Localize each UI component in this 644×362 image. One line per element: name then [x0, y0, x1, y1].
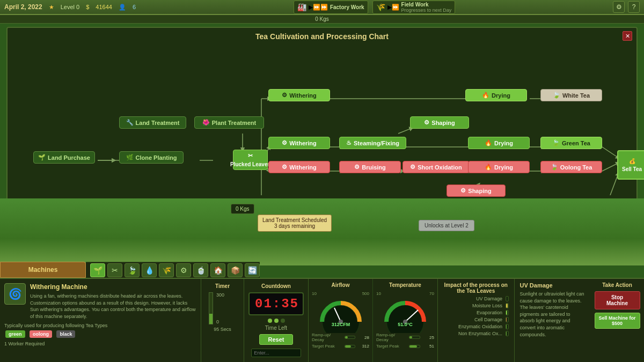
shaping-green-node[interactable]: ⚙ Shaping — [410, 116, 469, 129]
temp-ramp-slider[interactable] — [409, 336, 420, 339]
evap-fill — [506, 311, 507, 315]
badge-green: green — [5, 330, 25, 338]
bruise-icon: ⚙ — [354, 164, 360, 171]
time-left-label: Time Left — [248, 325, 304, 331]
airflow-target-slider[interactable] — [345, 345, 355, 348]
toolbar-cycle-btn[interactable]: 🔄 — [245, 263, 260, 277]
temp-gauge-svg: 51.0°C — [382, 298, 429, 333]
withering-white-node[interactable]: ⚙ Withering — [268, 89, 330, 101]
machine-title: Withering Machine — [30, 283, 196, 291]
land-icon: 🌱 — [38, 154, 46, 161]
close-chart-btn[interactable]: ✕ — [623, 31, 632, 41]
steaming-node[interactable]: ♨ Steaming/Fixing — [339, 137, 406, 149]
machines-tab[interactable]: Machines — [0, 262, 86, 278]
impact-enzymatic: Enzymatic Oxidation — [443, 324, 509, 329]
toolbar-harvest-btn[interactable]: 🌾 — [159, 263, 174, 277]
withering-oolong-node[interactable]: ⚙ Withering — [268, 161, 330, 173]
fire-oolong-icon: 🔥 — [485, 164, 492, 171]
temp-target-slider[interactable] — [409, 345, 420, 348]
timer-scale: 300 0 — [216, 292, 239, 324]
toolbar-box-btn[interactable]: 📦 — [228, 263, 243, 277]
game-world: 0 Kgs Land Treatment Scheduled 3 days re… — [0, 198, 644, 265]
kg-value: 0 Kgs — [315, 16, 329, 22]
toolbar-leaf-btn[interactable]: ✂ — [107, 263, 122, 277]
drying-green-node[interactable]: 🔥 Drying — [468, 137, 530, 149]
clone-icon: 🌿 — [126, 154, 134, 161]
land-treatment-node[interactable]: 🔧 Land Treatment — [119, 116, 186, 129]
sell-machine-btn[interactable]: Sell Machine for $500 — [595, 313, 640, 329]
temperature-scale: 10 70 — [376, 291, 434, 296]
timer-min: 0 — [216, 319, 219, 324]
drying-oolong-node[interactable]: 🔥 Drying — [468, 161, 530, 173]
temperature-title: Temperature — [376, 282, 434, 288]
toolbar-gear-btn[interactable]: ⚙ — [176, 263, 191, 277]
toolbar-tea-btn[interactable]: 🍃 — [125, 263, 140, 277]
land-purchase-node[interactable]: 🌱 Land Purchase — [33, 151, 95, 164]
cell-bar — [506, 317, 509, 322]
stop-machine-btn[interactable]: Stop Machine — [595, 291, 640, 309]
airflow-target-val: 312 — [358, 344, 369, 349]
impact-uv: UV Damage — [443, 296, 509, 301]
sell-tea-node[interactable]: 💰 Sell Tea — [617, 150, 644, 180]
temperature-panel: Temperature 10 70 51.0°C Ramp-up/ Decay — [373, 279, 437, 362]
take-action-title: Take Action — [602, 282, 632, 288]
cell-fill — [506, 317, 507, 322]
temp-ramp-val: 25 — [423, 335, 434, 340]
timer-title: Timer — [206, 283, 239, 289]
airflow-ramp-slider[interactable] — [345, 336, 355, 339]
clone-planting-node[interactable]: 🌿 Clone Planting — [119, 151, 184, 164]
machine-icon: 🌀 — [4, 283, 26, 305]
impact-title: Impact of the process on the Tea Leaves — [443, 282, 509, 294]
airflow-panel: Airflow 10 500 312CFM — [309, 279, 373, 362]
airflow-gauge-svg: 312CFM — [317, 298, 364, 333]
plant-treatment-node[interactable]: 🌺 Plant Treatment — [194, 116, 264, 129]
sell-icon: 💰 — [629, 158, 635, 164]
field-kg-display: 0 Kgs — [231, 204, 254, 214]
plucked-leaves-node[interactable]: ✂ Plucked Leaves — [233, 150, 268, 170]
timer-max: 300 — [216, 292, 224, 298]
bottom-panel: 🌀 Withering Machine Using a fan, witheri… — [0, 278, 644, 362]
field-play-btn[interactable]: ▶⏩ — [387, 4, 399, 11]
flowchart: 🌱 Land Purchase 🌿 Clone Planting 🔧 Land … — [12, 45, 632, 195]
reset-button[interactable]: Reset — [259, 334, 294, 345]
field-work-group[interactable]: 🌾 ▶⏩ Field Work Progresses to next Day — [372, 1, 456, 14]
drying-white-node[interactable]: 🔥 Drying — [465, 89, 527, 101]
withering-green-node[interactable]: ⚙ Withering — [268, 137, 330, 149]
toolbar-cup-btn[interactable]: 🍵 — [193, 263, 208, 277]
enter-input[interactable] — [251, 349, 301, 357]
shaping-oolong-node[interactable]: ⚙ Shaping — [447, 184, 506, 197]
play-btn[interactable]: ▶⏩⏩ — [309, 4, 328, 11]
gear-white-icon: ⚙ — [282, 92, 287, 99]
toolbar-water-btn[interactable]: 💧 — [142, 263, 157, 277]
gear-oolong-icon: ⚙ — [282, 164, 287, 171]
timer-bar — [209, 292, 213, 324]
airflow-ramp-label: Ramp-up/ Decay — [312, 333, 341, 342]
chart-title: Tea Cultivation and Processing Chart — [12, 32, 632, 41]
machine-header: 🌀 Withering Machine Using a fan, witheri… — [4, 283, 196, 323]
toolbar-row: 🌱 ✂ 🍃 💧 🌾 ⚙ 🍵 🏠 📦 🔄 — [86, 262, 260, 278]
settings-icon-btn[interactable]: ⚙ — [613, 1, 625, 13]
svg-line-17 — [602, 147, 618, 158]
enzymatic-label: Enzymatic Oxidation — [443, 324, 502, 329]
moisture-fill — [506, 304, 508, 308]
toolbar-seed-btn[interactable]: 🌱 — [90, 263, 105, 277]
temp-target-label: Target Peak — [376, 344, 406, 349]
help-icon-btn[interactable]: ? — [628, 1, 640, 13]
toolbar-house-btn[interactable]: 🏠 — [210, 263, 225, 277]
airflow-target-label: Target Peak — [312, 344, 341, 349]
moisture-bar — [506, 303, 509, 308]
green-tea-node[interactable]: 🍃 Green Tea — [540, 137, 602, 149]
unlock-tooltip: Unlocks at Level 2 — [419, 220, 474, 231]
short-oxidation-node[interactable]: ⚙ Short Oxidation — [402, 161, 470, 173]
timer-section: Timer 300 0 95 Secs — [201, 279, 244, 362]
oolong-tea-node[interactable]: 🍃 Oolong Tea — [540, 161, 602, 173]
factory-work-group[interactable]: 🏭 ▶⏩⏩ Factory Work — [294, 1, 368, 14]
field-icon: 🌾 — [376, 3, 385, 11]
countdown-section: Countdown 01:35 Time Left Reset — [244, 279, 309, 362]
airflow-max: 500 — [362, 291, 369, 296]
bruising-node[interactable]: ⚙ Bruising — [339, 161, 401, 173]
gear-green-icon: ⚙ — [282, 139, 287, 146]
timer-secs: 95 Secs — [206, 327, 239, 332]
tea-oolong-icon: 🍃 — [551, 164, 558, 171]
white-tea-node[interactable]: 🍃 White Tea — [540, 89, 602, 101]
